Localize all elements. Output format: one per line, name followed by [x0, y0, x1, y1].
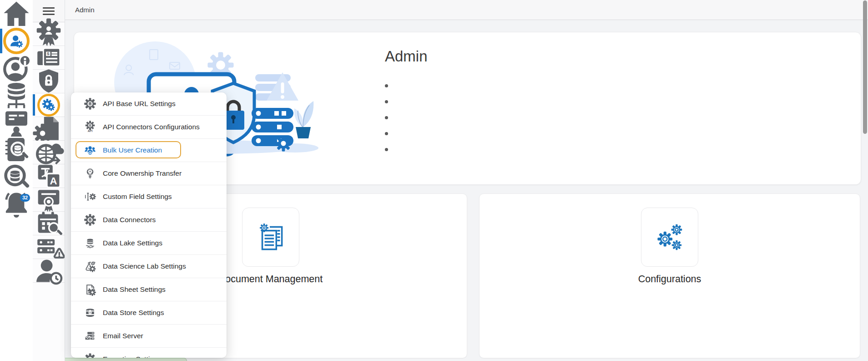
- bulk-users-icon: [84, 144, 96, 157]
- breadcrumb-title: Admin: [75, 6, 95, 14]
- sidebar-item-data-network[interactable]: [0, 82, 33, 109]
- sidebar-item-user-info[interactable]: [0, 55, 33, 82]
- sidebar-item-home[interactable]: [0, 0, 33, 27]
- menu-item-email-server[interactable]: Email Server: [71, 325, 227, 348]
- science-flask-icon: [84, 260, 96, 273]
- user-clock-icon: [33, 255, 65, 287]
- sidebar-item-notifications[interactable]: 32: [0, 191, 33, 219]
- menu-item-api-base-url-settings[interactable]: API Base URL Settings: [71, 92, 227, 116]
- menu-item-label: Data Lake Settings: [103, 239, 162, 247]
- admin-nav-user-sessions[interactable]: [33, 259, 65, 283]
- link-preview-strip: [62, 358, 187, 361]
- admin-feature-bullet: [385, 110, 428, 126]
- admin-overview-text: Admin: [385, 32, 428, 158]
- menu-item-bulk-user-creation[interactable]: Bulk User Creation: [71, 139, 227, 162]
- menu-item-data-lake-settings[interactable]: Data Lake Settings: [71, 232, 227, 255]
- app-settings-icon: [42, 99, 55, 112]
- gear-icon: [84, 353, 96, 358]
- admin-feature-list: [385, 78, 428, 158]
- menu-item-data-sheet-settings[interactable]: Data Sheet Settings: [71, 278, 227, 301]
- gears-icon: [652, 219, 687, 255]
- menu-item-label: Data Store Settings: [103, 309, 164, 317]
- admin-feature-bullet: [385, 142, 428, 158]
- menu-item-label: Execution Settings: [103, 355, 161, 358]
- gear-database-icon: [84, 97, 96, 110]
- menu-item-execution-settings[interactable]: Execution Settings: [71, 348, 227, 358]
- menu-item-data-science-lab-settings[interactable]: Data Science Lab Settings: [71, 255, 227, 278]
- sidebar-item-audit-log[interactable]: [0, 137, 33, 164]
- menu-item-label: API Base URL Settings: [103, 100, 176, 108]
- data-lake-icon: [84, 237, 96, 249]
- secondary-sidebar-list: $ A: [33, 22, 65, 283]
- flyout-scrollbar-thumb[interactable]: [863, 0, 867, 134]
- menu-item-label: Core Ownership Transfer: [103, 169, 182, 178]
- home-icon: [0, 0, 33, 30]
- menu-item-label: Data Connectors: [103, 216, 156, 224]
- admin-feature-bullet: [385, 78, 428, 94]
- menu-item-label: Data Science Lab Settings: [103, 262, 186, 270]
- menu-item-label: Bulk User Creation: [103, 146, 162, 154]
- document-management-icon-box: [242, 208, 299, 267]
- configurations-icon-box: [641, 208, 698, 267]
- documents-gear-icon: [253, 219, 288, 255]
- page-title: Admin: [385, 48, 428, 65]
- admin-settings-flyout-menu: API Base URL Settings API API Connectors…: [71, 92, 227, 358]
- menu-item-core-ownership-transfer[interactable]: Core Ownership Transfer: [71, 162, 227, 185]
- sidebar-item-admin[interactable]: [0, 27, 33, 55]
- menu-item-label: Custom Field Settings: [103, 193, 172, 201]
- sidebar-item-training[interactable]: [0, 109, 33, 137]
- configurations-card[interactable]: Configurations: [479, 193, 860, 358]
- api-connector-icon: API: [84, 121, 96, 133]
- shield-lock-icon: [33, 66, 65, 97]
- secondary-sidebar: $ A: [33, 0, 65, 361]
- email-server-icon: [84, 330, 96, 342]
- menu-item-custom-field-settings[interactable]: Custom Field Settings: [71, 185, 227, 208]
- svg-text:$: $: [47, 51, 50, 56]
- admin-nav-security[interactable]: [33, 70, 65, 93]
- primary-sidebar: 32: [0, 0, 33, 361]
- menu-item-label: Data Sheet Settings: [103, 285, 166, 294]
- menu-item-label: API Connectors Configurations: [103, 123, 200, 131]
- hamburger-icon: [43, 5, 55, 17]
- admin-feature-bullet: [385, 94, 428, 110]
- admin-feature-bullet: [385, 126, 428, 142]
- menu-item-data-connectors[interactable]: Data Connectors: [71, 208, 227, 232]
- data-sheet-icon: [84, 283, 96, 296]
- gear-database-icon: [84, 214, 96, 226]
- custom-field-icon: [84, 190, 96, 203]
- menu-item-data-store-settings[interactable]: Data Store Settings: [71, 301, 227, 325]
- notification-count-badge: 32: [20, 194, 30, 202]
- user-settings-icon: [9, 34, 24, 48]
- notifications-bell-icon: [0, 188, 33, 221]
- ownership-bulb-icon: [84, 167, 96, 180]
- card-title: Configurations: [479, 274, 860, 285]
- menu-item-label: Email Server: [103, 332, 143, 340]
- svg-text:API: API: [88, 129, 93, 132]
- top-bar: Admin: [65, 0, 868, 20]
- menu-item-api-connectors-configurations[interactable]: API API Connectors Configurations: [71, 116, 227, 139]
- data-store-icon: [84, 306, 96, 319]
- sidebar-item-data-search[interactable]: [0, 164, 33, 191]
